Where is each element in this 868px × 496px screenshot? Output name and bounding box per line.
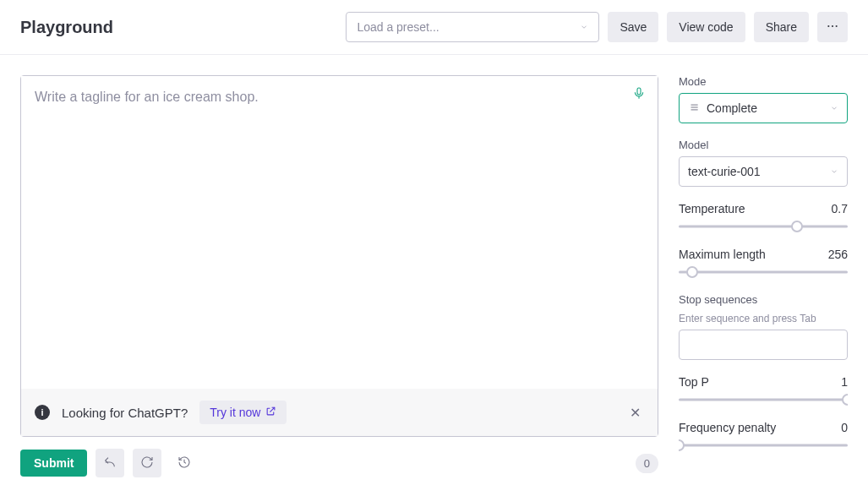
max-length-label: Maximum length [679, 248, 766, 261]
stop-sequences-input[interactable] [679, 330, 848, 360]
svg-point-1 [832, 25, 833, 26]
editor-footer: Submit 0 [20, 449, 658, 477]
model-group: Model text-curie-001 [679, 139, 848, 187]
chevron-down-icon [580, 23, 588, 31]
more-options-button[interactable] [817, 12, 848, 42]
preset-select[interactable]: Load a preset... [346, 12, 599, 42]
frequency-penalty-group: Frequency penalty 0 [679, 421, 848, 451]
chevron-down-icon [830, 104, 838, 112]
top-p-group: Top P 1 [679, 375, 848, 406]
chatgpt-banner: i Looking for ChatGPT? Try it now ✕ [21, 389, 658, 436]
close-banner-button[interactable]: ✕ [626, 401, 644, 424]
refresh-icon [140, 455, 154, 471]
history-button[interactable] [170, 449, 199, 477]
try-it-now-button[interactable]: Try it now [199, 401, 287, 424]
regenerate-button[interactable] [133, 449, 161, 477]
microphone-icon[interactable] [632, 86, 646, 103]
stop-sequences-label: Stop sequences [679, 293, 848, 306]
model-value: text-curie-001 [688, 165, 761, 178]
frequency-penalty-value: 0 [841, 421, 848, 434]
model-label: Model [679, 139, 848, 151]
editor-column: i Looking for ChatGPT? Try it now ✕ Subm… [20, 75, 658, 477]
stop-sequences-hint: Enter sequence and press Tab [679, 313, 848, 324]
mode-value: Complete [707, 101, 757, 115]
try-it-now-label: Try it now [210, 406, 260, 419]
max-length-value: 256 [828, 248, 848, 261]
temperature-group: Temperature 0.7 [679, 202, 848, 232]
settings-sidebar: Mode Complete Model text-curie-001 [679, 75, 848, 477]
header: Playground Load a preset... Save View co… [0, 0, 868, 55]
share-button[interactable]: Share [754, 12, 809, 42]
max-length-group: Maximum length 256 [679, 248, 848, 278]
view-code-button[interactable]: View code [667, 12, 745, 42]
frequency-penalty-slider[interactable] [679, 439, 848, 451]
stop-sequences-group: Stop sequences Enter sequence and press … [679, 293, 848, 360]
undo-icon [103, 455, 117, 471]
top-p-label: Top P [679, 375, 709, 389]
save-button[interactable]: Save [608, 12, 658, 42]
external-link-icon [265, 406, 276, 419]
list-icon [688, 101, 700, 116]
main-content: i Looking for ChatGPT? Try it now ✕ Subm… [0, 55, 868, 496]
undo-button[interactable] [96, 449, 124, 477]
submit-button[interactable]: Submit [20, 450, 87, 477]
top-p-slider[interactable] [679, 394, 848, 406]
frequency-penalty-label: Frequency penalty [679, 421, 776, 434]
svg-rect-3 [637, 88, 641, 95]
top-p-value: 1 [841, 375, 848, 389]
temperature-value: 0.7 [832, 202, 848, 215]
model-select[interactable]: text-curie-001 [679, 156, 848, 187]
page-title: Playground [20, 18, 113, 37]
max-length-slider[interactable] [679, 266, 848, 278]
token-counter: 0 [636, 454, 658, 473]
mode-label: Mode [679, 75, 848, 88]
preset-placeholder: Load a preset... [357, 20, 439, 34]
chevron-down-icon [830, 167, 838, 176]
mode-select[interactable]: Complete [679, 93, 848, 123]
info-icon: i [35, 405, 50, 420]
svg-point-0 [827, 25, 829, 26]
history-icon [177, 455, 191, 471]
mode-group: Mode Complete [679, 75, 848, 123]
close-icon: ✕ [630, 406, 641, 420]
temperature-label: Temperature [679, 202, 745, 215]
prompt-textarea[interactable] [21, 76, 658, 389]
temperature-slider[interactable] [679, 221, 848, 232]
editor-box: i Looking for ChatGPT? Try it now ✕ [20, 75, 658, 437]
banner-text: Looking for ChatGPT? [62, 406, 188, 420]
ellipsis-icon [826, 19, 839, 35]
svg-point-2 [836, 25, 838, 26]
